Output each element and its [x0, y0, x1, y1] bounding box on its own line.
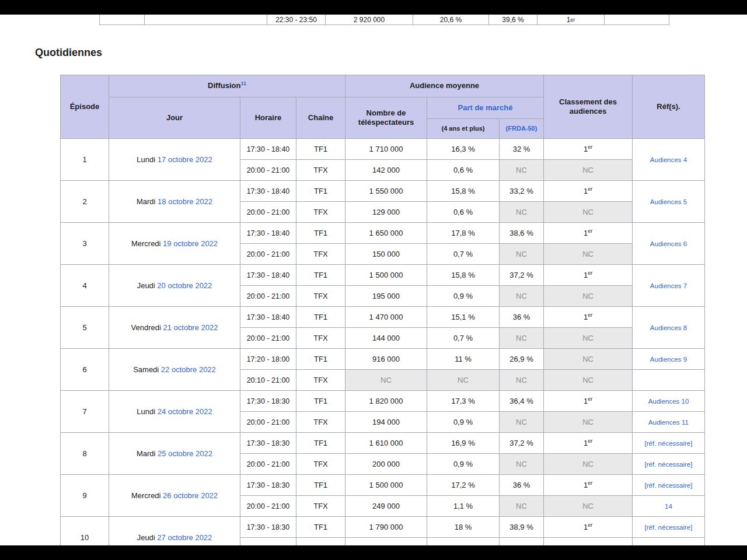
- ref-cell: [réf. nécessaire]: [633, 454, 705, 475]
- time-cell: 17:30 - 18:40: [240, 265, 296, 286]
- col-header-refs: Réf(s).: [633, 75, 705, 139]
- reference-link[interactable]: Audiences 10: [648, 398, 689, 405]
- time-cell: 17:30 - 18:30: [240, 517, 296, 538]
- date-link[interactable]: 27 octobre 2022: [157, 533, 212, 542]
- reference-link[interactable]: Audiences 8: [650, 324, 687, 331]
- partial-cell: [100, 15, 145, 24]
- partial-cell: 1er: [537, 15, 605, 24]
- reference-link[interactable]: [réf. nécessaire]: [645, 461, 693, 468]
- diffusion-footnote-link[interactable]: 11: [240, 80, 246, 86]
- date-link[interactable]: 24 octobre 2022: [158, 407, 212, 416]
- col-header-audience-moyenne: Audience moyenne: [345, 75, 544, 97]
- share-4plus-cell: 18 %: [427, 517, 500, 538]
- date-link[interactable]: 22 octobre 2022: [161, 365, 216, 374]
- share-4plus-cell: 17,8 %: [427, 223, 500, 244]
- episode-cell: 2: [61, 181, 109, 223]
- share-4plus-cell: 0,9 %: [427, 412, 500, 433]
- channel-cell: TF1: [296, 265, 345, 286]
- channel-cell: TF1: [296, 517, 345, 538]
- rank-cell: 1er: [544, 265, 633, 286]
- rank-cell: 1er: [544, 223, 633, 244]
- share-frda50-cell: NC: [500, 286, 544, 307]
- time-cell: 20:00 - 21:00: [240, 160, 296, 181]
- col-header-diffusion: Diffusion11: [109, 75, 345, 97]
- reference-link[interactable]: Audiences 4: [650, 156, 687, 163]
- date-link[interactable]: 25 octobre 2022: [158, 449, 212, 458]
- viewers-cell: 1 550 000: [345, 181, 427, 202]
- viewers-cell: 1 500 000: [345, 265, 427, 286]
- reference-link[interactable]: 14: [665, 503, 672, 510]
- episode-cell: 5: [61, 307, 109, 349]
- date-link[interactable]: 21 octobre 2022: [163, 323, 218, 332]
- channel-cell: TFX: [296, 496, 345, 517]
- reference-link[interactable]: [réf. nécessaire]: [645, 440, 693, 447]
- reference-link[interactable]: Audiences 11: [648, 419, 689, 426]
- share-frda50-cell: 32 %: [500, 139, 544, 160]
- rank-cell: NC: [544, 349, 633, 370]
- time-cell: 17:20 - 18:00: [240, 349, 296, 370]
- channel-cell: TFX: [296, 286, 345, 307]
- share-4plus-cell: 0,6 %: [427, 160, 500, 181]
- viewers-cell: 1 470 000: [345, 307, 427, 328]
- rank-cell: NC: [544, 412, 633, 433]
- channel-cell: TFX: [296, 412, 345, 433]
- rank-cell: 1er: [544, 307, 633, 328]
- channel-cell: TFX: [296, 454, 345, 475]
- time-cell: 20:00 - 21:00: [240, 412, 296, 433]
- date-link[interactable]: 19 octobre 2022: [163, 239, 218, 248]
- share-4plus-cell: 15,8 %: [427, 181, 500, 202]
- viewers-cell: 150 000: [345, 244, 427, 265]
- reference-link[interactable]: Audiences 7: [650, 282, 687, 289]
- share-frda50-cell: 33,2 %: [500, 181, 544, 202]
- rank-cell: NC: [544, 244, 633, 265]
- reference-link[interactable]: [réf. nécessaire]: [645, 524, 693, 531]
- col-header-chaine: Chaîne: [296, 97, 345, 139]
- frda50-link[interactable]: (FRDA-50): [506, 125, 537, 132]
- reference-link[interactable]: Audiences 5: [650, 198, 687, 205]
- col-header-frda50: (FRDA-50): [500, 119, 544, 139]
- reference-link[interactable]: Audiences 9: [650, 356, 687, 363]
- share-4plus-cell: 0,7 %: [427, 244, 500, 265]
- reference-link[interactable]: Audiences 6: [650, 240, 687, 247]
- episode-cell: 9: [61, 475, 109, 517]
- share-4plus-cell: 15,1 %: [427, 307, 500, 328]
- partial-cell: 20,6 %: [413, 15, 489, 24]
- rank-cell: NC: [544, 286, 633, 307]
- rank-cell: 1er: [544, 475, 633, 496]
- share-frda50-cell: 37,2 %: [500, 265, 544, 286]
- episode-cell: 1: [61, 139, 109, 181]
- time-cell: 17:30 - 18:40: [240, 139, 296, 160]
- share-4plus-cell: 1,1 %: [427, 496, 500, 517]
- channel-cell: TFX: [296, 328, 345, 349]
- share-4plus-cell: 17,2 %: [427, 475, 500, 496]
- time-cell: 17:30 - 18:40: [240, 223, 296, 244]
- part-de-marche-link[interactable]: Part de marché: [458, 103, 513, 112]
- channel-cell: TF1: [296, 223, 345, 244]
- share-4plus-cell: 0,6 %: [427, 202, 500, 223]
- share-frda50-cell: NC: [500, 160, 544, 181]
- viewers-cell: 249 000: [345, 496, 427, 517]
- date-link[interactable]: 18 octobre 2022: [158, 197, 212, 206]
- episode-cell: 6: [61, 349, 109, 391]
- channel-cell: TF1: [296, 391, 345, 412]
- rank-cell: NC: [544, 202, 633, 223]
- viewers-cell: 129 000: [345, 202, 427, 223]
- channel-cell: TF1: [296, 349, 345, 370]
- day-cell: Jeudi 20 octobre 2022: [109, 265, 240, 307]
- time-cell: 20:00 - 21:00: [240, 454, 296, 475]
- time-cell: 20:00 - 21:00: [240, 202, 296, 223]
- viewers-cell: 144 000: [345, 328, 427, 349]
- ref-cell: Audiences 10: [633, 391, 705, 412]
- share-frda50-cell: NC: [500, 454, 544, 475]
- day-cell: Mardi 18 octobre 2022: [109, 181, 240, 223]
- date-link[interactable]: 20 octobre 2022: [157, 281, 212, 290]
- reference-link[interactable]: [réf. nécessaire]: [645, 482, 693, 489]
- channel-cell: TF1: [296, 433, 345, 454]
- share-4plus-cell: 11 %: [427, 349, 500, 370]
- wikipedia-page: 22:30 - 23:502 920 00020,6 %39,6 %1er Qu…: [0, 0, 747, 560]
- date-link[interactable]: 17 octobre 2022: [158, 155, 212, 164]
- rank-cell: 1er: [544, 517, 633, 538]
- col-header-jour: Jour: [109, 97, 240, 139]
- time-cell: 20:00 - 21:00: [240, 496, 296, 517]
- date-link[interactable]: 26 octobre 2022: [163, 491, 218, 500]
